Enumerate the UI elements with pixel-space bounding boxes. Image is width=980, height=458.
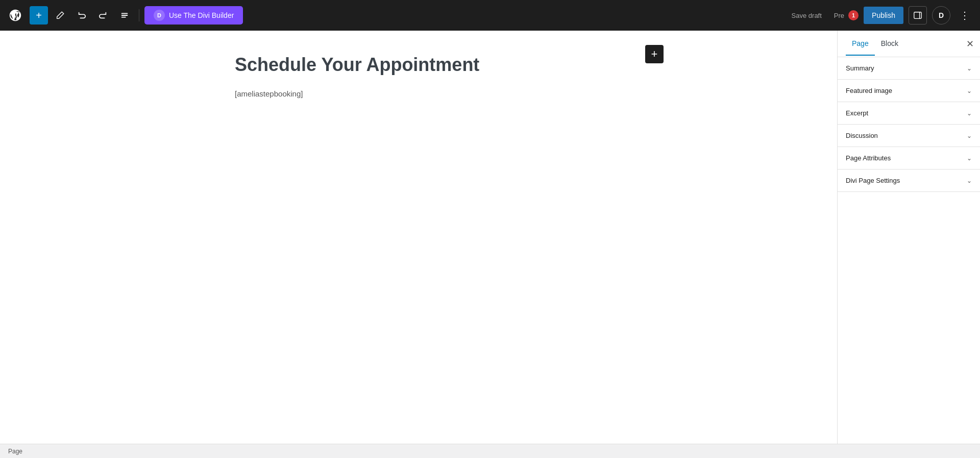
- chevron-down-icon-excerpt: ⌄: [967, 110, 972, 117]
- chevron-down-icon-summary: ⌄: [967, 65, 972, 72]
- ellipsis-icon: ⋮: [960, 9, 970, 21]
- editor-inner: Schedule Your Appointment [ameliastepboo…: [235, 51, 602, 106]
- preview-button[interactable]: Pre: [832, 9, 846, 22]
- panel-divi-page-settings-title: Divi Page Settings: [846, 177, 900, 184]
- tab-page[interactable]: Page: [846, 32, 875, 56]
- svg-rect-1: [121, 15, 128, 16]
- panel-discussion-title: Discussion: [846, 132, 878, 139]
- add-block-inline-button[interactable]: +: [645, 45, 664, 63]
- divi-logo-icon: D: [154, 10, 165, 21]
- right-sidebar: Page Block ✕ Summary ⌄ Featured image ⌄: [837, 31, 980, 444]
- redo-button[interactable]: [94, 6, 112, 25]
- undo-icon: [77, 11, 86, 20]
- panel-page-attributes-title: Page Attributes: [846, 154, 891, 162]
- divi-builder-button[interactable]: D Use The Divi Builder: [144, 6, 243, 25]
- preview-label: Pre: [834, 12, 844, 19]
- preview-group: Pre 1: [832, 9, 859, 22]
- chevron-down-icon-discussion: ⌄: [967, 132, 972, 139]
- plus-icon: +: [36, 10, 42, 21]
- chevron-down-icon-divi: ⌄: [967, 177, 972, 184]
- chevron-down-icon-featured: ⌄: [967, 87, 972, 94]
- sidebar-close-button[interactable]: ✕: [966, 38, 974, 50]
- svg-rect-0: [121, 13, 128, 14]
- main-area: Schedule Your Appointment [ameliastepboo…: [0, 31, 980, 444]
- tab-block[interactable]: Block: [875, 32, 904, 56]
- panel-page-attributes-header[interactable]: Page Attributes ⌄: [838, 147, 980, 169]
- add-block-inline: +: [645, 35, 664, 63]
- status-bar: Page: [0, 444, 980, 458]
- toolbar-right: Save draft Pre 1 Publish D ⋮: [787, 6, 974, 25]
- add-block-toolbar-button[interactable]: +: [30, 6, 48, 25]
- panel-discussion: Discussion ⌄: [838, 125, 980, 147]
- redo-icon: [99, 11, 108, 20]
- pencil-icon: [56, 11, 65, 20]
- undo-button[interactable]: [72, 6, 91, 25]
- panel-featured-image-title: Featured image: [846, 87, 892, 94]
- panel-excerpt-header[interactable]: Excerpt ⌄: [838, 102, 980, 124]
- divi-settings-button[interactable]: D: [932, 6, 950, 25]
- list-icon: [120, 11, 129, 20]
- wp-logo[interactable]: [6, 6, 24, 25]
- close-icon: ✕: [966, 38, 974, 50]
- panel-divi-page-settings-header[interactable]: Divi Page Settings ⌄: [838, 170, 980, 191]
- tools-button[interactable]: [115, 6, 134, 25]
- panel-featured-image-header[interactable]: Featured image ⌄: [838, 80, 980, 102]
- svg-rect-3: [914, 12, 921, 19]
- status-label: Page: [8, 448, 22, 455]
- save-draft-button[interactable]: Save draft: [787, 9, 827, 22]
- panel-excerpt-title: Excerpt: [846, 109, 868, 117]
- panel-summary-header[interactable]: Summary ⌄: [838, 57, 980, 79]
- panel-discussion-header[interactable]: Discussion ⌄: [838, 125, 980, 147]
- plus-icon-inline: +: [651, 47, 658, 61]
- editor-canvas: Schedule Your Appointment [ameliastepboo…: [0, 31, 837, 444]
- panel-featured-image: Featured image ⌄: [838, 80, 980, 102]
- edit-button[interactable]: [51, 6, 69, 25]
- panel-page-attributes: Page Attributes ⌄: [838, 147, 980, 170]
- more-options-button[interactable]: ⋮: [955, 6, 974, 25]
- post-title[interactable]: Schedule Your Appointment: [235, 51, 602, 79]
- panel-summary: Summary ⌄: [838, 57, 980, 80]
- post-content[interactable]: [ameliastepbooking]: [235, 89, 602, 98]
- preview-badge: 1: [848, 10, 859, 20]
- panel-divi-page-settings: Divi Page Settings ⌄: [838, 170, 980, 192]
- publish-button[interactable]: Publish: [864, 7, 903, 24]
- sidebar-header: Page Block ✕: [838, 31, 980, 57]
- divi-builder-label: Use The Divi Builder: [169, 11, 234, 19]
- panel-excerpt: Excerpt ⌄: [838, 102, 980, 125]
- sidebar-panels: Summary ⌄ Featured image ⌄ Excerpt ⌄ Dis…: [838, 57, 980, 444]
- panel-summary-title: Summary: [846, 64, 874, 72]
- toolbar: +: [0, 0, 980, 31]
- toolbar-divider: [139, 9, 139, 21]
- svg-rect-2: [121, 17, 126, 18]
- toolbar-left: +: [6, 6, 782, 25]
- view-toggle-button[interactable]: [909, 6, 927, 25]
- sidebar-icon: [913, 11, 922, 20]
- chevron-down-icon-page-attributes: ⌄: [967, 155, 972, 162]
